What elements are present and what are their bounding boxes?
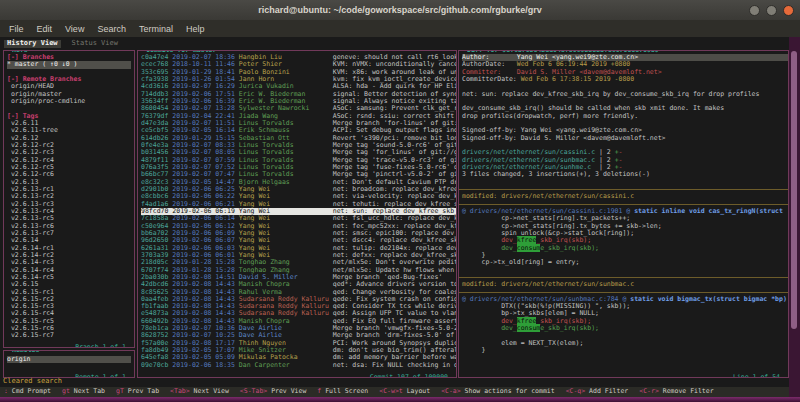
help-key: <C-r> <box>639 387 662 395</box>
diff-segment: } <box>462 346 485 354</box>
help-label: Next Tab <box>74 387 105 395</box>
diff-line[interactable] <box>462 179 788 186</box>
diff-segment: CommitterDate: <box>462 75 521 83</box>
status-message: Cleared search <box>3 378 62 386</box>
commit-row[interactable]: 09e70cb 2019-02-06 18:35 Dan Carpenter n… <box>141 362 456 369</box>
refs-pane-footer: Branch 1 of 1 <box>72 344 129 348</box>
diff-line[interactable]: drop profiles(dropwatch, perf) more frie… <box>462 113 788 120</box>
help-key: f <box>317 387 325 395</box>
diff-pane-title: Diff for 98fcd70b642dd043f80c92eebdf8c07… <box>464 50 662 54</box>
commits-pane-footer: Commit 107 of 100000 <box>367 374 451 378</box>
ref-remote-branch[interactable]: origin/proc-cmdline <box>7 98 134 105</box>
diff-line[interactable]: 3 files changed, 3 insertions(+), 3 dele… <box>462 171 788 178</box>
diff-segment: modified: drivers/net/ethernet/sun/sunbm… <box>462 280 634 288</box>
help-key: gt <box>62 387 74 395</box>
tab-bar: History View Status View <box>0 37 121 50</box>
remote-item[interactable]: origin <box>7 356 131 363</box>
refs-list: [-] Branches* master ( ↑0 ↓0 ) [-] Remot… <box>4 54 134 345</box>
diff-segment: net: sun: replace dev_kfree_skb_irq by d… <box>462 90 759 98</box>
tab-status-view[interactable]: Status View <box>69 40 121 47</box>
help-key: <C-w>t <box>379 387 406 395</box>
help-key: <Tab> <box>170 387 193 395</box>
ref-tag[interactable]: v2.6.15-rc7 <box>7 332 134 339</box>
commits-list: c0a47e4 2019-02-07 18:36 Hangbin Liu gen… <box>138 54 456 375</box>
diff-line[interactable]: cp->tx_old[ring] = entry; <box>462 259 788 266</box>
tab-history-view[interactable]: History View <box>4 40 61 47</box>
help-item: <C-r> Remove Filter <box>639 388 713 395</box>
diff-line[interactable] <box>462 267 788 274</box>
diff-segment: e_skb_irq(skb); <box>540 244 599 252</box>
commit-message: net: dsa: Fix NULL checking in ds <box>333 361 456 369</box>
close-button[interactable] <box>783 5 794 16</box>
diff-segment: e_skb_irq(skb); <box>540 324 599 332</box>
diff-line[interactable]: elem = NEXT_TX(elem); <box>462 340 788 347</box>
diff-line[interactable]: modified: drivers/net/ethernet/sun/cassi… <box>462 193 788 200</box>
diff-segment: consum <box>517 244 540 252</box>
diff-line[interactable]: Signed-off-by: David S. Miller <davem@da… <box>462 135 788 142</box>
remotes-pane-title: Remotes <box>9 350 42 354</box>
commit-hash: 09e70cb <box>141 361 168 369</box>
help-item: : Cmd Prompt <box>4 388 51 395</box>
refs-pane-title: Refs <box>9 50 31 54</box>
help-key: <C-q> <box>566 387 589 395</box>
diff-separator <box>462 274 788 281</box>
diff-segment: consum <box>517 324 540 332</box>
minimize-button[interactable] <box>749 5 760 16</box>
help-label: Cmd Prompt <box>12 387 51 395</box>
menu-item-terminal[interactable]: Terminal <box>139 24 173 34</box>
diff-line[interactable]: dev_consume_skb_irq(skb); <box>462 245 788 252</box>
diff-line[interactable]: CommitterDate: Wed Feb 6 17:38:15 2019 -… <box>462 76 788 83</box>
diff-line[interactable]: } <box>462 347 788 354</box>
help-item: <C-a> Show actions for commit <box>441 388 555 395</box>
diff-pane-footer: Line 1 of 54 <box>730 374 783 378</box>
commit-author: Dan Carpenter <box>239 361 333 369</box>
menu-item-edit[interactable]: Edit <box>37 24 53 34</box>
diff-line[interactable]: dev_consume_skb_irq(skb); <box>462 325 788 332</box>
commits-pane-title: Commits for master <box>143 50 219 54</box>
scrollbar-thumb[interactable] <box>791 51 797 329</box>
diff-segment: static void bigmac_tx(struct bigmac *bp) <box>626 295 786 303</box>
remotes-pane-footer: Remote 1 of 1 <box>72 374 129 378</box>
window-titlebar: richard@ubuntu: ~/code/goworkspace/src/g… <box>0 0 800 20</box>
help-item: <C-w>t Layout <box>379 388 430 395</box>
screen: richard@ubuntu: ~/code/goworkspace/src/g… <box>0 0 800 402</box>
help-label: Next View <box>194 387 229 395</box>
diff-segment: modified: drivers/net/ethernet/sun/cassi… <box>462 192 634 200</box>
help-item: f Full Screen <box>317 388 368 395</box>
help-label: Prev Tab <box>128 387 159 395</box>
ref-branch-master[interactable]: * master ( ↑0 ↓0 ) <box>7 61 131 68</box>
diff-line[interactable]: net: sun: replace dev_kfree_skb_irq by d… <box>462 91 788 98</box>
menu-item-file[interactable]: File <box>9 24 24 34</box>
refs-pane: [-] Branches* master ( ↑0 ↓0 ) [-] Remot… <box>3 50 135 348</box>
diff-segment: cp->tx_old[ring] = entry; <box>462 258 579 266</box>
diff-separator <box>462 289 788 296</box>
help-label: Add Filter <box>589 387 628 395</box>
menu-item-search[interactable]: Search <box>97 24 126 34</box>
maximize-button[interactable] <box>766 5 777 16</box>
help-item: gT Prev Tab <box>116 388 159 395</box>
window-controls <box>749 5 794 16</box>
diff-separator <box>462 186 788 193</box>
diff-segment: kfree <box>517 236 537 244</box>
help-key: <S-Tab> <box>240 387 271 395</box>
help-label: Full Screen <box>325 387 368 395</box>
terminal-content: History View Status View [-] Branches* m… <box>0 37 789 397</box>
diff-line[interactable]: modified: drivers/net/ethernet/sun/sunbm… <box>462 281 788 288</box>
help-label: Show actions for commit <box>465 387 555 395</box>
diff-content: Author: Yang Wei <yang.wei9@zte.com.cn>A… <box>459 54 788 375</box>
diff-segment: dev_ <box>462 324 517 332</box>
diff-segment: drop profiles(dropwatch, perf) more frie… <box>462 112 638 120</box>
remotes-pane: origin Remotes Remote 1 of 1 <box>3 350 135 378</box>
menu-item-help[interactable]: Help <box>186 24 205 34</box>
diff-segment: Wed Feb 6 17:38:15 2019 -0800 <box>521 75 635 83</box>
menu-item-view[interactable]: View <box>65 24 84 34</box>
diff-segment: 3 files changed, 3 insertions(+), 3 dele… <box>462 170 650 178</box>
help-item: <S-Tab> Prev View <box>240 388 307 395</box>
help-item: <Tab> Next View <box>170 388 229 395</box>
window-title: richard@ubuntu: ~/code/goworkspace/src/g… <box>258 5 542 15</box>
commits-pane: c0a47e4 2019-02-07 18:36 Hangbin Liu gen… <box>137 50 457 378</box>
help-key: : <box>4 387 12 395</box>
help-item: <C-q> Add Filter <box>566 388 629 395</box>
help-label: Remove Filter <box>663 387 714 395</box>
diff-segment: static inline void cas_tx_ringN(struct <box>630 207 783 215</box>
